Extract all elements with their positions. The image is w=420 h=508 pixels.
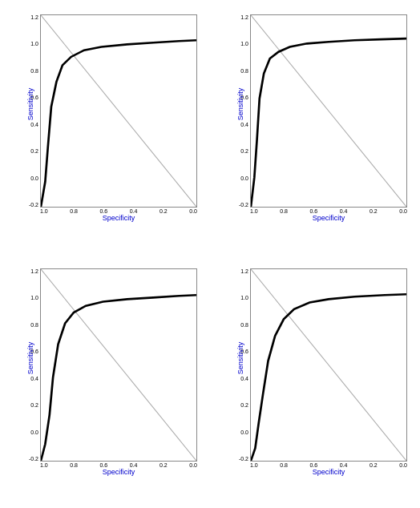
y-axis-label-top-left: Sensitivity: [26, 87, 34, 120]
chart-bottom-left: 1.2 1.0 0.8 0.6 0.4 0.2 0.0 -0.2 1.0 0.8…: [0, 254, 210, 508]
svg-line-3: [251, 269, 406, 461]
svg-line-0: [41, 15, 196, 207]
chart-area-top-right: [250, 14, 407, 208]
x-axis-label-bottom-right: Specificity: [250, 468, 407, 476]
chart-area-top-left: [40, 14, 197, 208]
x-ticks-bottom-right: 1.0 0.8 0.6 0.4 0.2 0.0: [250, 462, 407, 468]
chart-area-bottom-left: [40, 268, 197, 462]
x-axis-label-top-left: Specificity: [40, 214, 197, 222]
y-axis-label-bottom-right: Sensitivity: [236, 341, 244, 374]
y-axis-label-top-right: Sensitivity: [236, 87, 244, 120]
y-axis-label-bottom-left: Sensitivity: [26, 341, 34, 374]
x-ticks-top-right: 1.0 0.8 0.6 0.4 0.2 0.0: [250, 208, 407, 214]
x-ticks-bottom-left: 1.0 0.8 0.6 0.4 0.2 0.0: [40, 462, 197, 468]
x-ticks-top-left: 1.0 0.8 0.6 0.4 0.2 0.0: [40, 208, 197, 214]
svg-line-2: [41, 269, 196, 461]
x-axis-label-top-right: Specificity: [250, 214, 407, 222]
chart-top-right: 1.2 1.0 0.8 0.6 0.4 0.2 0.0 -0.2 1.0 0.8…: [210, 0, 420, 254]
chart-bottom-right: 1.2 1.0 0.8 0.6 0.4 0.2 0.0 -0.2 1.0 0.8…: [210, 254, 420, 508]
x-axis-label-bottom-left: Specificity: [40, 468, 197, 476]
chart-top-left: 1.2 1.0 0.8 0.6 0.4 0.2 0.0 -0.2 1.0 0.8…: [0, 0, 210, 254]
svg-line-1: [251, 15, 406, 207]
chart-area-bottom-right: [250, 268, 407, 462]
